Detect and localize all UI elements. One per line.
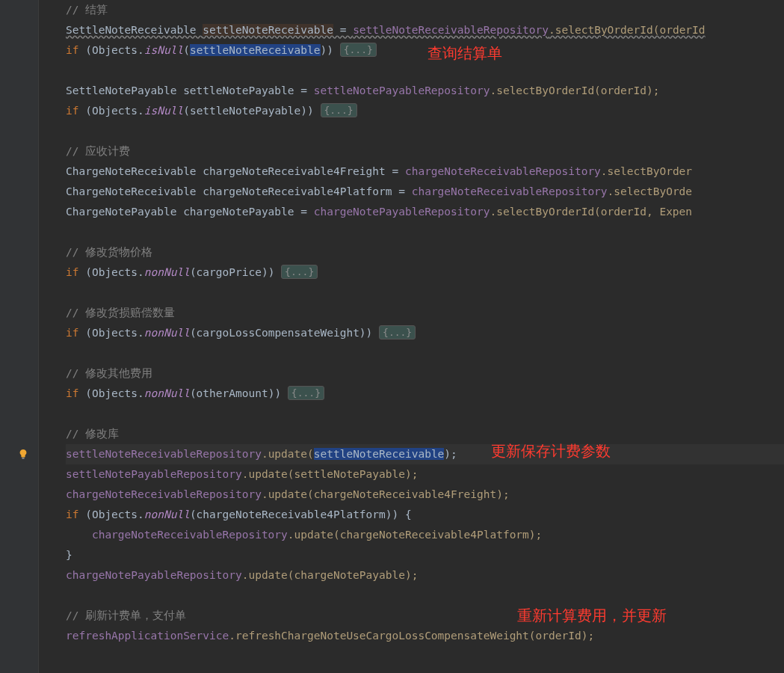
blank-line[interactable]: [66, 61, 784, 81]
fold-region[interactable]: {...}: [288, 386, 324, 400]
code-line[interactable]: if (Objects.nonNull(cargoLossCompensateW…: [66, 323, 784, 343]
code-line[interactable]: chargeNotePayableRepository.update(charg…: [66, 565, 784, 586]
code-line[interactable]: chargeNoteReceivableRepository.update(ch…: [66, 485, 784, 505]
code-area[interactable]: // 结算 SettleNoteReceivable settleNoteRec…: [39, 0, 784, 673]
blank-line[interactable]: [66, 222, 784, 242]
fold-region[interactable]: {...}: [379, 325, 416, 339]
comment: // 修改货损赔偿数量: [66, 307, 175, 319]
code-line[interactable]: // 修改货损赔偿数量: [66, 303, 784, 323]
code-line[interactable]: if (Objects.isNull(settleNoteReceivable)…: [66, 40, 784, 61]
code-line[interactable]: // 应收计费: [66, 141, 784, 162]
fold-region[interactable]: {...}: [340, 43, 377, 57]
code-line[interactable]: SettleNoteReceivable settleNoteReceivabl…: [66, 20, 784, 40]
code-line[interactable]: refreshApplicationService.refreshChargeN…: [66, 626, 784, 646]
blank-line[interactable]: [66, 343, 784, 363]
code-line[interactable]: ChargeNotePayable chargeNotePayable = ch…: [66, 202, 784, 222]
code-line[interactable]: }: [66, 545, 784, 565]
code-line[interactable]: if (Objects.nonNull(otherAmount)) {...}: [66, 384, 784, 404]
blank-line[interactable]: [66, 121, 784, 141]
intention-bulb-icon[interactable]: [18, 449, 30, 461]
gutter[interactable]: [0, 0, 39, 673]
variable-def: settleNoteReceivable: [203, 24, 333, 36]
fold-region[interactable]: {...}: [321, 103, 357, 117]
code-line[interactable]: // 修改货物价格: [66, 242, 784, 262]
code-line[interactable]: settleNotePayableRepository.update(settl…: [66, 464, 784, 485]
code-line[interactable]: ChargeNoteReceivable chargeNoteReceivabl…: [66, 182, 784, 202]
code-line[interactable]: if (Objects.nonNull(chargeNoteReceivable…: [66, 505, 784, 525]
blank-line[interactable]: [66, 283, 784, 303]
comment: // 应收计费: [66, 145, 130, 157]
code-line[interactable]: ChargeNoteReceivable chargeNoteReceivabl…: [66, 162, 784, 182]
svg-rect-0: [22, 458, 25, 458]
comment: // 刷新计费单，支付单: [66, 609, 186, 621]
comment: // 修改库: [66, 428, 119, 440]
blank-line[interactable]: [66, 404, 784, 424]
code-line[interactable]: // 刷新计费单，支付单: [66, 606, 784, 626]
variable-usage: settleNoteReceivable: [190, 44, 321, 56]
code-line[interactable]: chargeNoteReceivableRepository.update(ch…: [66, 525, 784, 545]
code-line[interactable]: // 修改其他费用: [66, 363, 784, 384]
comment: // 修改其他费用: [66, 367, 152, 379]
code-line[interactable]: SettleNotePayable settleNotePayable = se…: [66, 81, 784, 101]
code-line[interactable]: // 结算: [66, 0, 784, 20]
blank-line[interactable]: [66, 586, 784, 606]
comment: // 结算: [66, 4, 108, 16]
editor-root: // 结算 SettleNoteReceivable settleNoteRec…: [0, 0, 784, 673]
comment: // 修改货物价格: [66, 246, 152, 258]
fold-region[interactable]: {...}: [281, 265, 318, 279]
code-line[interactable]: // 修改库: [66, 424, 784, 444]
code-line[interactable]: if (Objects.isNull(settleNotePayable)) {…: [66, 101, 784, 121]
variable-usage: settleNoteReceivable: [314, 448, 445, 460]
caret-line[interactable]: settleNoteReceivableRepository.update(se…: [66, 444, 784, 464]
code-line[interactable]: if (Objects.nonNull(cargoPrice)) {...}: [66, 262, 784, 283]
